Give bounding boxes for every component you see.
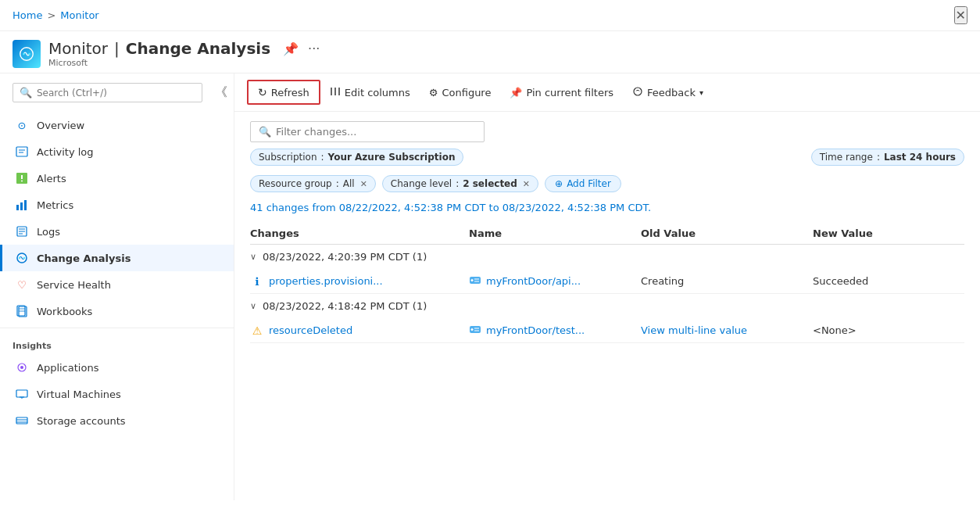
new-value-0-0: Succeeded xyxy=(813,275,868,287)
refresh-icon: ↻ xyxy=(258,86,267,98)
sidebar-item-alerts-label: Alerts xyxy=(37,173,66,184)
breadcrumb-current: Monitor xyxy=(60,9,98,21)
pin-filters-button[interactable]: 📌 Pin current filters xyxy=(500,82,623,103)
search-input[interactable] xyxy=(37,88,195,98)
sidebar-item-change-analysis-label: Change Analysis xyxy=(37,252,131,264)
change-level-filter-chip[interactable]: Change level : 2 selected ✕ xyxy=(382,175,538,192)
configure-icon: ⚙ xyxy=(429,87,438,98)
sidebar-item-virtual-machines[interactable]: Virtual Machines xyxy=(0,381,234,407)
sidebar-item-change-analysis[interactable]: Change Analysis xyxy=(0,245,234,271)
timerange-filter-label: Time range xyxy=(820,152,873,163)
sidebar-item-storage-accounts[interactable]: Storage accounts xyxy=(0,407,234,434)
resource-name-link-0-0[interactable]: myFrontDoor/api... xyxy=(486,275,581,287)
refresh-button[interactable]: ↻ Refresh xyxy=(247,80,320,105)
svg-rect-25 xyxy=(16,390,27,397)
sidebar-item-metrics-label: Metrics xyxy=(37,199,73,211)
table-header: Changes Name Old Value New Value xyxy=(250,223,964,245)
add-filter-icon: ⊕ xyxy=(555,178,563,189)
virtual-machines-icon xyxy=(15,387,29,401)
sidebar-item-service-health-label: Service Health xyxy=(37,279,111,291)
pin-icon[interactable]: 📌 xyxy=(283,41,299,56)
subscription-filter-chip[interactable]: Subscription : Your Azure Subscription xyxy=(250,149,463,166)
filter-search-box[interactable]: 🔍 xyxy=(250,121,485,142)
svg-rect-9 xyxy=(16,205,19,210)
svg-point-18 xyxy=(23,257,25,259)
feedback-button[interactable]: Feedback ▾ xyxy=(623,81,713,104)
filter-search-icon: 🔍 xyxy=(259,126,271,138)
warning-icon-1-0: ⚠ xyxy=(250,324,264,337)
search-box[interactable]: 🔍 xyxy=(13,83,202,102)
filter-search-input[interactable] xyxy=(276,126,476,138)
svg-point-2 xyxy=(28,52,30,55)
collapse-sidebar-button[interactable]: 《 xyxy=(212,81,231,104)
add-filter-button[interactable]: ⊕ Add Filter xyxy=(545,175,621,192)
filter-bar-row1: Subscription : Your Azure Subscription T… xyxy=(250,149,964,166)
sidebar: 🔍 《 ⊙ Overview Activity log Alerts xyxy=(0,73,234,500)
add-filter-label: Add Filter xyxy=(567,178,611,189)
insights-divider xyxy=(0,328,234,328)
new-value-cell-1-0: <None> xyxy=(813,324,980,336)
resource-name-link-1-0[interactable]: myFrontDoor/test... xyxy=(486,324,585,336)
old-value-0-0: Creating xyxy=(641,275,684,287)
table-row-0-0: ℹ properties.provisioni... myFrontDoor/a… xyxy=(250,269,964,294)
edit-columns-button[interactable]: Edit columns xyxy=(320,81,420,104)
header-title-main: Change Analysis xyxy=(126,39,270,58)
sidebar-item-service-health[interactable]: ♡ Service Health xyxy=(0,271,234,298)
changes-table: Changes Name Old Value New Value ∨ 08/23… xyxy=(250,223,964,343)
resource-group-filter-chip[interactable]: Resource group : All ✕ xyxy=(250,175,376,192)
svg-point-8 xyxy=(21,181,23,182)
content-inner: 🔍 Subscription : Your Azure Subscription… xyxy=(234,112,980,500)
edit-columns-icon xyxy=(330,86,341,99)
sidebar-item-workbooks-label: Workbooks xyxy=(37,306,92,317)
group-row-0[interactable]: ∨ 08/23/2022, 4:20:39 PM CDT (1) xyxy=(250,245,964,269)
breadcrumb: Home > Monitor xyxy=(13,9,99,21)
header-title-prefix: Monitor xyxy=(48,39,108,58)
sidebar-item-alerts[interactable]: Alerts xyxy=(0,165,234,192)
timerange-filter-chip[interactable]: Time range : Last 24 hours xyxy=(811,149,964,166)
resource-group-close-icon[interactable]: ✕ xyxy=(360,179,367,189)
resource-group-label: Resource group xyxy=(259,178,332,189)
resource-name-cell-1-0: myFrontDoor/test... xyxy=(469,323,641,338)
sidebar-item-logs-label: Logs xyxy=(37,226,60,238)
sidebar-item-metrics[interactable]: Metrics xyxy=(0,192,234,218)
change-analysis-icon xyxy=(15,251,29,265)
change-name-link-0-0[interactable]: properties.provisioni... xyxy=(269,275,383,287)
new-value-1-0: <None> xyxy=(813,324,857,336)
old-value-cell-1-0: View multi-line value xyxy=(641,324,813,336)
old-value-link-1-0[interactable]: View multi-line value xyxy=(641,324,747,336)
app-icon xyxy=(13,40,41,68)
content-area: ↻ Refresh Edit columns ⚙ Configure 📌 Pin… xyxy=(234,73,980,500)
change-level-close-icon[interactable]: ✕ xyxy=(523,179,530,189)
sidebar-item-overview[interactable]: ⊙ Overview xyxy=(0,112,234,138)
sidebar-item-applications[interactable]: Applications xyxy=(0,354,234,381)
new-value-cell-0-0: Succeeded xyxy=(813,275,980,287)
filter-bar-row2: Resource group : All ✕ Change level : 2 … xyxy=(250,175,964,192)
header-title-separator: | xyxy=(114,39,120,58)
sidebar-item-virtual-machines-label: Virtual Machines xyxy=(37,389,121,400)
svg-rect-11 xyxy=(24,200,27,210)
close-button[interactable]: ✕ xyxy=(954,6,967,24)
group-row-1[interactable]: ∨ 08/23/2022, 4:18:42 PM CDT (1) xyxy=(250,294,964,318)
alerts-icon xyxy=(15,171,29,185)
sidebar-item-workbooks[interactable]: Workbooks xyxy=(0,298,234,324)
ellipsis-icon[interactable]: ··· xyxy=(308,41,320,56)
configure-button[interactable]: ⚙ Configure xyxy=(420,82,501,103)
timerange-filter-value: Last 24 hours xyxy=(884,152,956,163)
main-layout: 🔍 《 ⊙ Overview Activity log Alerts xyxy=(0,73,980,500)
insights-section-label: Insights xyxy=(0,331,234,354)
col-changes-header: Changes xyxy=(250,227,469,239)
breadcrumb-home[interactable]: Home xyxy=(13,9,42,21)
table-row-1-0: ⚠ resourceDeleted myFrontDoor/test... Vi… xyxy=(250,318,964,343)
change-name-cell-1-0: ⚠ resourceDeleted xyxy=(250,324,469,337)
change-name-cell-0-0: ℹ properties.provisioni... xyxy=(250,275,469,288)
header-text: Monitor | Change Analysis 📌 ··· Microsof… xyxy=(48,39,320,68)
sidebar-item-logs[interactable]: Logs xyxy=(0,218,234,245)
change-name-link-1-0[interactable]: resourceDeleted xyxy=(269,324,352,336)
info-icon-0-0: ℹ xyxy=(250,275,264,288)
group-chevron-icon-0: ∨ xyxy=(250,252,256,262)
sidebar-item-overview-label: Overview xyxy=(37,120,84,131)
sidebar-item-activity-log[interactable]: Activity log xyxy=(0,138,234,165)
overview-icon: ⊙ xyxy=(15,118,29,132)
applications-icon xyxy=(15,360,29,374)
sidebar-item-applications-label: Applications xyxy=(37,362,98,374)
